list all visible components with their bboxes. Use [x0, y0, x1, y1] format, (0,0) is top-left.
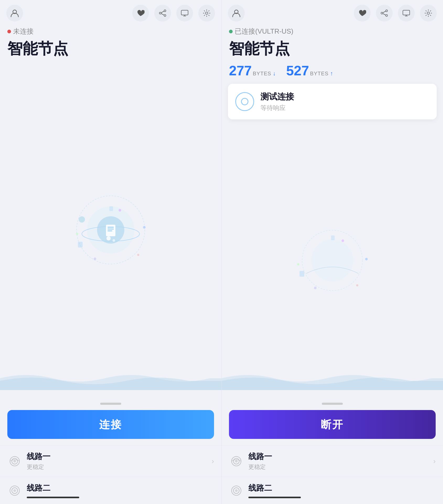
right-route-2-icon — [229, 483, 244, 498]
download-unit: BYTES — [253, 71, 271, 77]
right-share-icon[interactable] — [376, 5, 393, 22]
svg-point-23 — [119, 209, 121, 212]
svg-rect-6 — [181, 10, 188, 15]
svg-line-38 — [383, 11, 386, 13]
svg-rect-51 — [300, 271, 304, 277]
svg-point-18 — [106, 236, 111, 240]
left-route-1-icon — [7, 454, 22, 469]
notif-text: 测试连接 等待响应 — [260, 91, 294, 112]
download-arrow: ↓ — [273, 70, 276, 77]
left-route-1-arrow: › — [212, 457, 214, 465]
disconnect-button[interactable]: 断开 — [229, 410, 436, 439]
upload-speed: 527 BYTES ↑ — [286, 63, 333, 78]
svg-line-4 — [161, 11, 164, 13]
right-toolbar — [222, 0, 443, 24]
svg-point-48 — [297, 263, 299, 265]
svg-point-9 — [206, 12, 208, 14]
notif-icon — [235, 92, 254, 111]
left-profile-icon[interactable] — [6, 5, 23, 22]
left-route-1[interactable]: 线路一 更稳定 › — [0, 445, 221, 477]
right-route-1-arrow: › — [433, 457, 436, 465]
svg-point-2 — [159, 12, 161, 14]
svg-point-1 — [164, 10, 166, 12]
svg-point-43 — [427, 12, 430, 14]
left-share-icon[interactable] — [154, 5, 171, 22]
notif-card: 测试连接 等待响应 — [228, 84, 437, 119]
left-heart-icon[interactable] — [132, 5, 149, 22]
speed-row: 277 BYTES ↓ 527 BYTES ↑ — [222, 62, 443, 82]
svg-point-49 — [356, 284, 358, 286]
download-num: 277 — [229, 63, 252, 78]
svg-rect-15 — [108, 227, 114, 228]
left-route-2-icon — [7, 483, 22, 498]
svg-point-55 — [235, 460, 238, 463]
right-gear-icon[interactable] — [420, 5, 437, 22]
right-connection-status: 已连接(VULTR-US) — [222, 24, 443, 37]
svg-rect-17 — [108, 230, 112, 231]
left-gear-icon[interactable] — [198, 5, 215, 22]
left-route-2[interactable]: 线路二 — [0, 477, 221, 504]
right-status-dot — [229, 30, 233, 33]
svg-point-50 — [314, 287, 317, 289]
svg-line-5 — [161, 14, 164, 15]
svg-point-30 — [13, 460, 16, 463]
svg-point-45 — [311, 239, 353, 281]
notif-title: 测试连接 — [260, 91, 294, 103]
right-route-2[interactable]: 线路二 — [222, 477, 443, 504]
left-planet — [0, 62, 221, 398]
right-route-1[interactable]: 线路一 更稳定 › — [222, 445, 443, 477]
svg-point-46 — [341, 239, 344, 242]
svg-line-39 — [383, 14, 386, 15]
upload-num: 527 — [286, 63, 309, 78]
left-route-2-text: 线路二 — [27, 483, 214, 498]
right-page-title: 智能节点 — [222, 37, 443, 62]
left-route-1-name: 线路一 — [27, 451, 207, 462]
svg-point-37 — [386, 15, 388, 17]
connect-button[interactable]: 连接 — [7, 410, 214, 439]
left-toolbar — [0, 0, 221, 24]
right-route-1-sub: 更稳定 — [248, 463, 429, 471]
right-panel: 已连接(VULTR-US) 智能节点 277 BYTES ↓ 527 BYTES… — [222, 0, 443, 504]
right-status-text: 已连接(VULTR-US) — [235, 27, 293, 36]
left-page-title: 智能节点 — [0, 37, 221, 62]
svg-point-36 — [381, 12, 383, 14]
right-heart-icon[interactable] — [354, 5, 371, 22]
svg-rect-20 — [78, 242, 83, 248]
left-route-2-name: 线路二 — [27, 483, 214, 494]
svg-rect-21 — [109, 206, 113, 211]
svg-rect-16 — [108, 229, 114, 229]
svg-point-33 — [13, 489, 16, 492]
svg-rect-52 — [331, 235, 335, 240]
right-monitor-icon[interactable] — [398, 5, 415, 22]
left-wave — [0, 366, 221, 390]
svg-point-47 — [365, 258, 368, 260]
svg-point-3 — [164, 15, 166, 17]
left-connection-status: 未连接 — [0, 24, 221, 37]
svg-point-25 — [76, 233, 78, 235]
right-viz-area — [222, 123, 443, 398]
left-route-1-sub: 更稳定 — [27, 463, 207, 471]
right-route-2-name: 线路二 — [248, 483, 436, 494]
svg-point-26 — [94, 258, 96, 260]
right-route-2-text: 线路二 — [248, 483, 436, 498]
svg-point-22 — [79, 216, 85, 223]
notif-icon-inner — [241, 98, 248, 105]
left-viz-area — [0, 62, 221, 398]
left-route-1-text: 线路一 更稳定 — [27, 451, 207, 471]
right-planet — [222, 123, 443, 398]
right-wave — [222, 366, 443, 390]
right-profile-icon[interactable] — [228, 5, 245, 22]
left-panel: 未连接 智能节点 — [0, 0, 222, 504]
left-scroll-handle — [0, 398, 221, 407]
svg-point-35 — [386, 10, 388, 12]
left-monitor-icon[interactable] — [176, 5, 193, 22]
left-status-text: 未连接 — [13, 27, 34, 36]
left-status-dot — [7, 30, 11, 33]
svg-point-58 — [235, 489, 238, 492]
right-route-1-text: 线路一 更稳定 — [248, 451, 429, 471]
right-route-1-icon — [229, 454, 244, 469]
upload-arrow: ↑ — [330, 70, 333, 77]
upload-unit: BYTES — [310, 71, 329, 77]
svg-point-19 — [113, 239, 115, 242]
download-speed: 277 BYTES ↓ — [229, 63, 276, 78]
